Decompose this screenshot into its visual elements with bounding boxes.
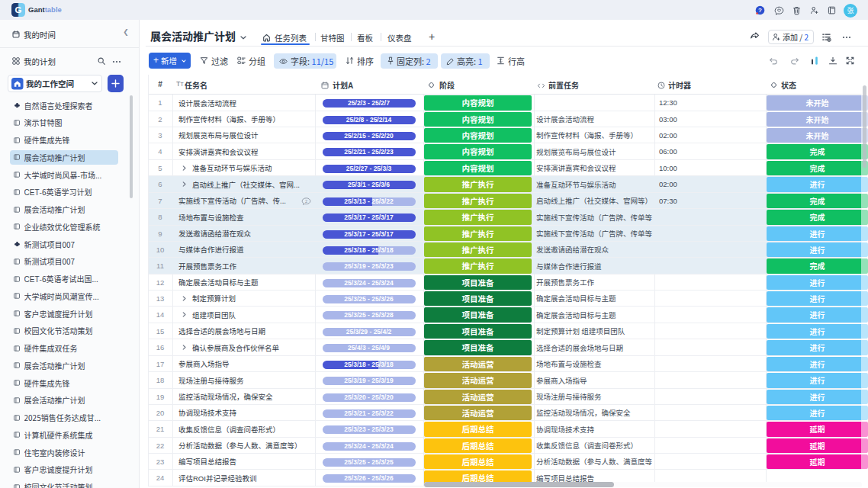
svg-text:G: G: [15, 5, 22, 14]
svg-text:?: ?: [758, 7, 762, 14]
svg-text:2: 2: [305, 199, 307, 204]
